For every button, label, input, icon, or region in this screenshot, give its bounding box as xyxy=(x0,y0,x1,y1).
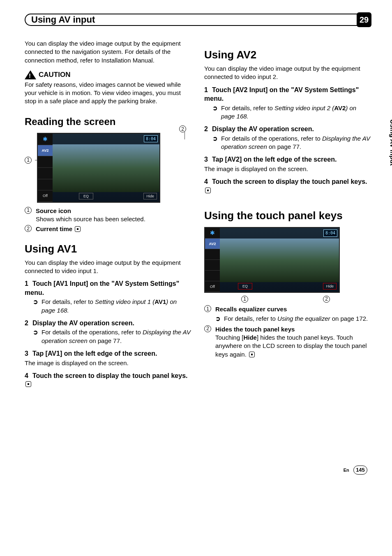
tp-list-item-2: 2 Hides the touch panel keys Touching [H… xyxy=(204,325,371,359)
end-mark-icon xyxy=(249,352,255,357)
heading-av2: Using AV2 xyxy=(204,48,371,62)
ss-item xyxy=(205,271,220,281)
end-mark-icon xyxy=(75,226,81,232)
circled-2-icon: 2 xyxy=(204,325,211,332)
source-icon-desc: Shows which source has been selected. xyxy=(36,215,145,222)
circled-2-icon: 2 xyxy=(25,225,32,232)
ss-item xyxy=(38,168,53,179)
annotation-2: 2 xyxy=(323,296,330,303)
av2-step-2: 2Display the AV operation screen. xyxy=(204,125,371,134)
av1-step-3: 3Tap [AV1] on the left edge of the scree… xyxy=(25,349,192,358)
side-tab: Using AV input xyxy=(388,115,392,197)
circled-1-icon: 1 xyxy=(204,305,211,312)
av1-intro: You can display the video image output b… xyxy=(25,259,192,276)
end-mark-icon xyxy=(25,381,31,387)
current-time-label: Current time xyxy=(36,225,72,232)
av1-step-1-sub: ➲ For details, refer to Setting video in… xyxy=(33,298,192,315)
page-language: En xyxy=(344,468,349,473)
ss-item xyxy=(205,260,220,271)
heading-av1: Using AV1 xyxy=(25,242,192,256)
right-column: Using AV2 You can display the video imag… xyxy=(204,39,371,475)
ss-eq-button: EQ xyxy=(79,193,93,199)
caution-text: For safety reasons, video images cannot … xyxy=(25,81,192,106)
av2-step-2-sub: ➲ For details of the operations, refer t… xyxy=(212,134,371,151)
list-item-2: 2 Current time xyxy=(25,225,192,233)
ss-clock: 8:04 xyxy=(323,229,337,237)
circled-1-icon: 1 xyxy=(25,207,32,214)
ss-item xyxy=(38,179,53,191)
ss-source-av2: AV2 xyxy=(205,239,220,249)
heading-reading-screen: Reading the screen xyxy=(25,115,192,128)
ss-clock: 8:04 xyxy=(144,135,158,143)
ref-arrow-icon: ➲ xyxy=(212,104,218,121)
source-icon-label: Source icon xyxy=(36,207,71,214)
ss-off: Off xyxy=(38,190,53,202)
ref-arrow-icon: ➲ xyxy=(215,315,221,323)
av1-step-3-body: The image is displayed on the screen. xyxy=(25,359,192,367)
ss-item xyxy=(38,156,53,168)
ss-item xyxy=(205,249,220,260)
ref-arrow-icon: ➲ xyxy=(33,328,38,345)
ss-eq-button-highlighted: EQ xyxy=(238,283,252,290)
ss-bluetooth-icon: ✱ xyxy=(38,134,53,145)
intro-paragraph: You can display the video image output b… xyxy=(25,39,192,65)
chapter-title: Using AV input xyxy=(31,14,95,26)
av1-step-4: 4Touch the screen to display the touch p… xyxy=(25,371,192,389)
screenshot-touch-panel: 8:04 ✱ AV2 Off EQ Hide 1 2 xyxy=(204,227,371,303)
end-mark-icon xyxy=(205,188,211,193)
av1-step-2: 2Display the AV operation screen. xyxy=(25,319,192,328)
ref-arrow-icon: ➲ xyxy=(33,298,38,315)
caution-icon xyxy=(25,70,36,79)
ss-hide-button-highlighted: Hide xyxy=(323,283,337,290)
av2-step-4: 4Touch the screen to display the touch p… xyxy=(204,177,371,195)
ss-off: Off xyxy=(205,281,220,292)
av2-step-1-sub: ➲ For details, refer to Setting video in… xyxy=(212,104,371,121)
ref-arrow-icon: ➲ xyxy=(212,134,218,151)
av2-step-1: 1Touch [AV2 Input] on the "AV System Set… xyxy=(204,86,371,103)
hides-keys-body: Touching [Hide] hides the touch panel ke… xyxy=(215,334,367,358)
av1-step-2-sub: ➲ For details of the operations, refer t… xyxy=(33,328,192,345)
hides-keys-label: Hides the touch panel keys xyxy=(215,326,295,333)
av1-step-1: 1Touch [AV1 Input] on the "AV System Set… xyxy=(25,279,192,297)
av2-step-3-body: The image is displayed on the screen. xyxy=(204,165,371,173)
av2-intro: You can display the video image output b… xyxy=(204,65,371,81)
ss-source-av2: AV2 xyxy=(38,145,53,157)
screenshot-reading: 2 1 8:04 ✱ AV2 Off EQ Hide xyxy=(37,133,192,203)
left-column: You can display the video image output b… xyxy=(25,39,192,475)
chapter-number-badge: 29 xyxy=(357,12,371,27)
tp-list-item-1: 1 Recalls equalizer curves ➲ For details… xyxy=(204,305,371,324)
ss-bluetooth-icon: ✱ xyxy=(205,228,220,239)
annotation-1: 1 xyxy=(241,296,248,303)
page-number: 145 xyxy=(353,466,367,475)
annotation-2: 2 xyxy=(179,125,188,133)
list-item-1: 1 Source icon Shows which source has bee… xyxy=(25,207,192,224)
chapter-title-wrap: Using AV input xyxy=(25,14,357,26)
page-footer: En 145 xyxy=(204,466,371,475)
ss-hide-button: Hide xyxy=(143,193,157,199)
caution-heading: CAUTION xyxy=(39,70,70,80)
chapter-header: Using AV input 29 xyxy=(25,12,371,27)
recalls-eq-label: Recalls equalizer curves xyxy=(215,306,287,313)
av2-step-3: 3Tap [AV2] on the left edge of the scree… xyxy=(204,155,371,164)
heading-touch-panel: Using the touch panel keys xyxy=(204,208,371,223)
